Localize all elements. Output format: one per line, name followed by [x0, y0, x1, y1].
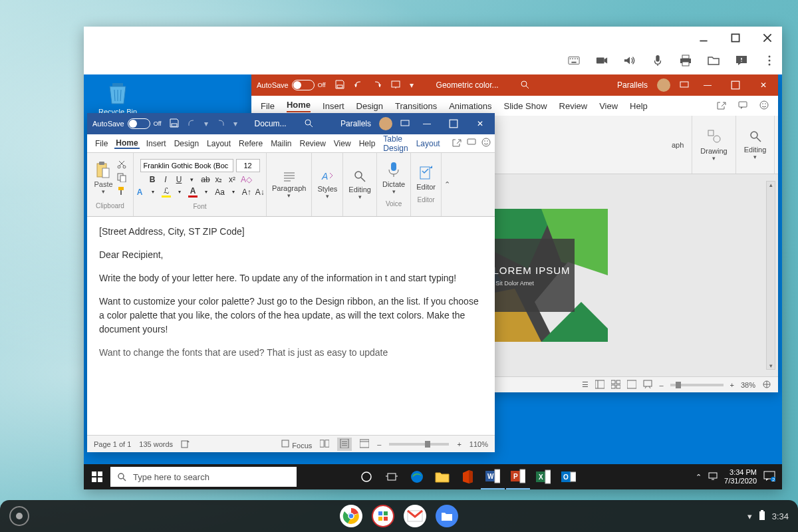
emoji-icon[interactable]: [759, 100, 769, 112]
font-size-select[interactable]: [236, 159, 260, 172]
superscript-button[interactable]: x²: [227, 175, 237, 184]
paste-button[interactable]: Paste ▾: [94, 162, 112, 195]
ribbon-paragraph[interactable]: aph: [664, 116, 692, 174]
highlight-button[interactable]: ℒ: [162, 186, 171, 198]
zoom-in[interactable]: +: [730, 381, 734, 389]
tab-view[interactable]: View: [599, 101, 618, 111]
tray-monitor-icon[interactable]: [708, 471, 718, 482]
gmail-icon[interactable]: [404, 505, 426, 527]
scrollbar-vertical[interactable]: ▴▾: [766, 181, 775, 370]
zoom-slider[interactable]: [670, 384, 724, 386]
avatar[interactable]: [379, 117, 392, 130]
ribbon-editor[interactable]: Editor Editor: [411, 153, 442, 216]
view-reading-icon[interactable]: [627, 380, 636, 390]
view-sorter-icon[interactable]: [611, 380, 620, 390]
more-icon[interactable]: [763, 55, 775, 69]
tab-design[interactable]: Design: [173, 139, 200, 148]
minimize-button[interactable]: —: [698, 77, 717, 93]
font-color-button[interactable]: A: [188, 186, 198, 198]
start-button[interactable]: [84, 464, 110, 489]
ribbon-dictate[interactable]: Dictate ▾ Voice: [775, 116, 782, 174]
maximize-button[interactable]: [725, 29, 746, 47]
recycle-bin[interactable]: Recycle Bin: [97, 80, 138, 116]
tab-insert[interactable]: Insert: [145, 139, 168, 148]
tab-review[interactable]: Review: [298, 139, 327, 148]
change-case-button[interactable]: Aa: [215, 188, 225, 197]
tab-insert[interactable]: Insert: [323, 101, 344, 111]
view-web-icon[interactable]: [360, 439, 369, 450]
close-button[interactable]: [757, 29, 778, 47]
parallels-app-icon[interactable]: [372, 505, 394, 527]
spellcheck-icon[interactable]: [181, 439, 190, 450]
format-painter-icon[interactable]: [117, 186, 126, 197]
ribbon-paragraph[interactable]: Paragraph ▾: [267, 153, 312, 216]
cortana-icon[interactable]: [354, 464, 378, 489]
document-body[interactable]: [Street Address, City, ST ZIP Code] Dear…: [87, 217, 495, 435]
powerpoint-icon[interactable]: P: [506, 464, 530, 489]
search-icon[interactable]: [304, 118, 313, 130]
zoom-out[interactable]: –: [377, 440, 381, 448]
fit-icon[interactable]: [762, 380, 771, 390]
folder-icon[interactable]: [708, 55, 720, 69]
emoji-icon[interactable]: [481, 138, 491, 149]
zoom-level[interactable]: 38%: [741, 381, 755, 389]
italic-button[interactable]: I: [161, 175, 170, 184]
chat-icon[interactable]: [735, 55, 747, 69]
tab-layout[interactable]: Layout: [205, 139, 232, 148]
ribbon-drawing[interactable]: Drawing ▾: [692, 116, 735, 174]
tray-clock[interactable]: 3:34 PM 7/31/2020: [724, 468, 757, 485]
copy-icon[interactable]: [117, 173, 126, 184]
word-titlebar[interactable]: AutoSave Off ▾ ▾ Docum... Parallels — ✕: [87, 113, 495, 134]
windows-desktop[interactable]: Recycle Bin AutoSave Off ▾ Geometric col…: [84, 74, 782, 489]
close-button[interactable]: ✕: [754, 77, 773, 93]
launcher-button[interactable]: [9, 506, 29, 526]
ribbon-styles[interactable]: A Styles ▾: [312, 153, 343, 216]
maximize-button[interactable]: [726, 77, 745, 93]
task-view-icon[interactable]: [380, 464, 404, 489]
text-effects-button[interactable]: A: [135, 188, 144, 197]
undo-icon[interactable]: [187, 118, 196, 130]
powerpoint-titlebar[interactable]: AutoSave Off ▾ Geometric color... Parall…: [251, 74, 778, 96]
tab-references[interactable]: Refere: [237, 139, 264, 148]
slideshow-icon[interactable]: [643, 380, 652, 390]
presentation-icon[interactable]: [391, 80, 400, 91]
file-explorer-icon[interactable]: [430, 464, 454, 489]
tab-file[interactable]: File: [94, 139, 109, 148]
subscript-button[interactable]: x₂: [214, 175, 223, 184]
ribbon-mode-icon[interactable]: [680, 80, 689, 91]
shrink-font-button[interactable]: A↓: [255, 188, 265, 197]
grow-font-button[interactable]: A↑: [242, 188, 251, 197]
zoom-out[interactable]: –: [659, 381, 663, 389]
tab-slideshow[interactable]: Slide Show: [503, 101, 547, 111]
focus-button[interactable]: Focus: [281, 439, 312, 450]
tab-view[interactable]: View: [332, 139, 352, 148]
page-indicator[interactable]: Page 1 of 1: [94, 440, 131, 448]
minimize-button[interactable]: [693, 29, 714, 47]
ribbon-editing[interactable]: Editing ▾: [343, 153, 377, 216]
maximize-button[interactable]: [444, 116, 463, 132]
view-read-icon[interactable]: [320, 439, 329, 450]
search-box[interactable]: Type here to search: [110, 467, 297, 487]
action-center-icon[interactable]: 2: [763, 471, 775, 483]
tray-chevron-icon[interactable]: ⌃: [696, 473, 702, 481]
cut-icon[interactable]: [117, 160, 126, 170]
tab-review[interactable]: Review: [559, 101, 588, 111]
zoom-slider[interactable]: [389, 443, 449, 446]
comments-icon[interactable]: [738, 100, 747, 112]
clear-format-button[interactable]: A◇: [241, 175, 252, 184]
toggle-pill[interactable]: [128, 118, 150, 129]
keyboard-icon[interactable]: [568, 55, 580, 69]
account-label[interactable]: Parallels: [340, 119, 371, 128]
tab-mailings[interactable]: Mailin: [269, 139, 293, 148]
tab-table-layout[interactable]: Layout: [415, 139, 442, 148]
tab-help[interactable]: Help: [630, 101, 648, 111]
outlook-icon[interactable]: O: [557, 464, 581, 489]
edge-icon[interactable]: [405, 464, 429, 489]
minimize-button[interactable]: —: [418, 116, 436, 132]
undo-icon[interactable]: [354, 80, 363, 91]
tab-transitions[interactable]: Transitions: [395, 101, 437, 111]
toggle-pill[interactable]: [292, 80, 315, 90]
tab-home[interactable]: Home: [287, 100, 311, 112]
share-icon[interactable]: [717, 100, 726, 112]
view-normal-icon[interactable]: [595, 380, 604, 390]
